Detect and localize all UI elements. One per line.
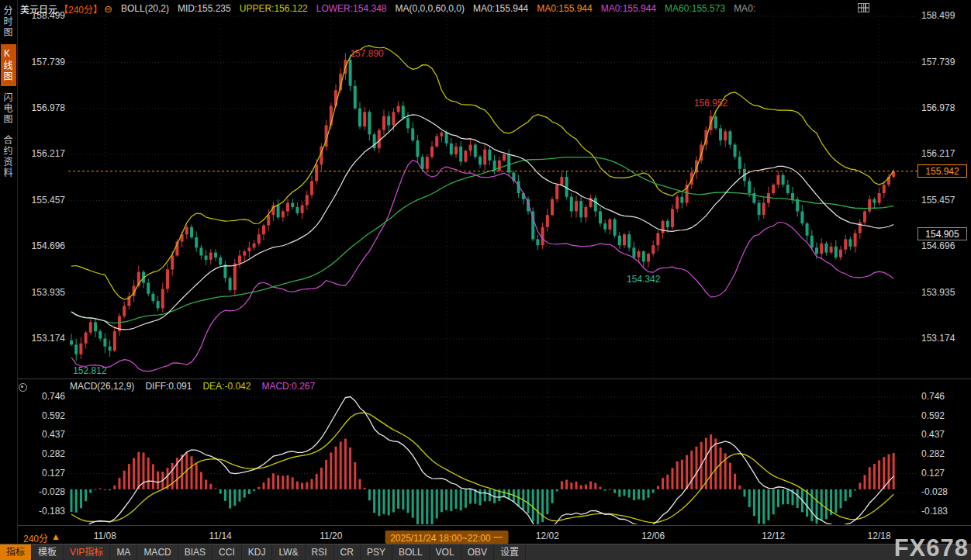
candle-body bbox=[776, 175, 779, 185]
macd-histogram-bar bbox=[407, 489, 409, 513]
axis-label: 153.935 bbox=[32, 287, 66, 298]
candle-body bbox=[815, 247, 818, 254]
axis-label: 158.499 bbox=[921, 10, 955, 21]
macd-histogram-bar bbox=[835, 489, 837, 513]
candle-body bbox=[262, 225, 265, 234]
candle-body bbox=[873, 199, 876, 203]
macd-histogram-bar bbox=[402, 489, 404, 510]
candle-body bbox=[103, 339, 106, 347]
toolbar-item-vol[interactable]: VOL bbox=[430, 544, 461, 560]
toolbar-item-macd[interactable]: MACD bbox=[137, 544, 178, 560]
macd-histogram-bar bbox=[244, 489, 246, 498]
macd-histogram-bar bbox=[119, 478, 121, 489]
sidebar-item-contract-info[interactable]: 合约资料 bbox=[1, 131, 16, 182]
sidebar-item-time-chart[interactable]: 分时图 bbox=[1, 2, 16, 42]
candle-body bbox=[483, 150, 486, 165]
candle-body bbox=[551, 199, 554, 215]
macd-histogram-bar bbox=[215, 489, 217, 489]
toolbar-item-lwr[interactable]: LW& bbox=[272, 544, 305, 560]
candle-body bbox=[94, 322, 97, 331]
macd-histogram-bar bbox=[320, 468, 323, 489]
toolbar-item-kdj[interactable]: KDJ bbox=[242, 544, 273, 560]
macd-histogram-bar bbox=[845, 489, 847, 501]
macd-histogram-bar bbox=[762, 489, 765, 524]
sidebar-item-kline-chart[interactable]: K线图 bbox=[1, 44, 16, 86]
ma0-empty: MA0: bbox=[734, 3, 755, 14]
macd-histogram-bar bbox=[527, 489, 530, 513]
toolbar-item-ma[interactable]: MA bbox=[110, 544, 137, 560]
alert-price-tag[interactable]: 154.905 bbox=[917, 227, 967, 240]
indicator-dot-icon[interactable] bbox=[19, 383, 27, 392]
ma0-value-1: MA0:155.944 bbox=[473, 3, 528, 14]
candle-body bbox=[445, 133, 448, 143]
toolbar-item-cci[interactable]: CCI bbox=[213, 544, 242, 560]
macd-histogram-bar bbox=[604, 489, 606, 491]
timeline-label-3: 2025/11/24 18:00~22:00 一 bbox=[385, 531, 508, 544]
toolbar-item-vip-indicators[interactable]: VIP指标 bbox=[64, 544, 110, 560]
zoom-out-icon[interactable]: ⊖ bbox=[104, 3, 112, 15]
candle-body bbox=[199, 247, 202, 255]
candle-body bbox=[854, 233, 857, 247]
candle-body bbox=[161, 289, 164, 308]
candle-body bbox=[166, 269, 169, 289]
candle-body bbox=[868, 199, 871, 212]
candle-body bbox=[546, 215, 549, 227]
candle-body bbox=[214, 253, 217, 258]
candle-body bbox=[219, 258, 222, 264]
toolbar-item-boll[interactable]: BOLL bbox=[392, 544, 430, 560]
toolbar-item-indicators[interactable]: 指标 bbox=[0, 544, 32, 560]
candle-body bbox=[772, 185, 775, 193]
macd-histogram-bar bbox=[796, 489, 799, 508]
boll-mid-line bbox=[71, 115, 893, 330]
price-annotation: 157.890 bbox=[350, 48, 384, 59]
axis-label: 153.174 bbox=[32, 333, 66, 344]
candle-body bbox=[719, 128, 722, 140]
timeline[interactable]: 11/0811/1411/202025/11/24 18:00~22:00 一1… bbox=[0, 531, 971, 544]
sidebar-item-flash-chart[interactable]: 闪电图 bbox=[1, 88, 16, 129]
macd-histogram-bar bbox=[873, 464, 876, 489]
macd-histogram-bar bbox=[229, 489, 231, 509]
candle-body bbox=[824, 244, 828, 253]
toolbar-item-settings[interactable]: 设置 bbox=[494, 544, 526, 560]
candle-body bbox=[734, 145, 737, 157]
candle-body bbox=[397, 106, 400, 112]
timeline-label-0: 11/08 bbox=[94, 531, 116, 541]
candle-body bbox=[349, 60, 352, 86]
candle-body bbox=[74, 344, 78, 354]
timeline-label-1: 11/14 bbox=[209, 531, 232, 541]
toolbar-item-cr[interactable]: CR bbox=[334, 544, 361, 560]
toolbar-item-templates[interactable]: 模板 bbox=[32, 544, 64, 560]
candle-body bbox=[859, 223, 862, 233]
timeline-label-4: 12/02 bbox=[536, 531, 559, 541]
macd-histogram-bar bbox=[455, 489, 458, 509]
chart-header: 美元日元 【240分】 ⊖ BOLL(20,2) MID:155.235 UPP… bbox=[20, 2, 755, 15]
toolbar-item-rsi[interactable]: RSI bbox=[306, 544, 334, 560]
macd-histogram-bar bbox=[80, 489, 82, 508]
macd-histogram-bar bbox=[628, 489, 631, 498]
candle-body bbox=[358, 109, 361, 126]
layout-vsplit-icon[interactable] bbox=[858, 3, 869, 12]
toolbar-item-psy[interactable]: PSY bbox=[361, 544, 392, 560]
toolbar-item-obv[interactable]: OBV bbox=[461, 544, 494, 560]
macd-histogram-bar bbox=[75, 489, 78, 513]
candle-body bbox=[878, 193, 881, 202]
chart-canvas[interactable]: 157.890156.952154.342152.812158.499158.4… bbox=[0, 0, 971, 560]
macd-histogram-bar bbox=[652, 489, 655, 493]
candle-body bbox=[555, 185, 558, 199]
macd-histogram-bar bbox=[469, 489, 472, 504]
macd-histogram-bar bbox=[378, 489, 380, 516]
candle-body bbox=[157, 301, 160, 308]
macd-histogram-bar bbox=[648, 489, 650, 498]
candle-body bbox=[286, 203, 289, 212]
macd-histogram-bar bbox=[541, 489, 544, 522]
current-price-tag[interactable]: 155.942 bbox=[917, 164, 967, 178]
axis-label: 0.592 bbox=[42, 410, 65, 421]
candle-body bbox=[233, 264, 237, 290]
macd-histogram-bar bbox=[893, 453, 895, 489]
candle-body bbox=[603, 223, 606, 230]
toolbar-item-bias[interactable]: BIAS bbox=[178, 544, 213, 560]
candle-body bbox=[632, 247, 635, 257]
candle-body bbox=[762, 203, 765, 216]
macd-histogram-bar bbox=[450, 489, 452, 511]
candle-body bbox=[392, 112, 395, 125]
